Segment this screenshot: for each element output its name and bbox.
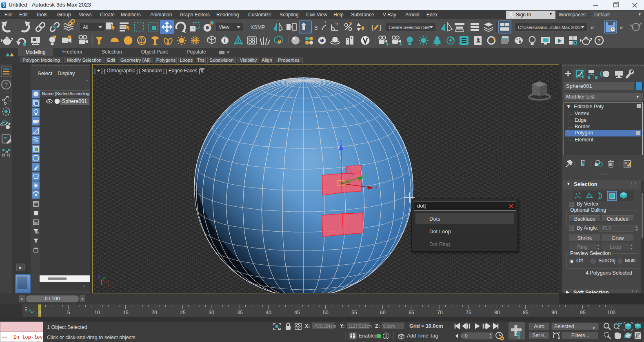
svg-text:100: 100 [607,310,615,315]
svg-text:65: 65 [409,310,414,315]
svg-text:5: 5 [67,310,70,315]
svg-text:80: 80 [494,310,500,315]
svg-text:75: 75 [466,310,471,315]
svg-text:x: x [375,184,378,189]
svg-text:30: 30 [209,310,214,315]
svg-text:y: y [366,172,368,177]
svg-text:z: z [98,274,100,279]
svg-text:10: 10 [94,310,100,315]
svg-text:85: 85 [523,310,529,315]
svg-text:50: 50 [323,310,329,315]
svg-text:{: { [371,24,373,31]
svg-text:95: 95 [580,310,586,315]
svg-text:35: 35 [237,310,243,315]
svg-text:x: x [107,283,110,288]
svg-text:XSMP: XSMP [251,25,265,30]
svg-text:»: » [620,24,623,31]
svg-text:}: } [380,24,382,31]
svg-text:z: z [340,139,342,143]
svg-text:15: 15 [123,310,129,315]
svg-text:3: 3 [314,24,318,31]
svg-text:All: All [83,25,88,30]
svg-text:View: View [219,25,229,30]
svg-text:70: 70 [437,310,443,315]
svg-text:»: » [591,24,594,31]
svg-text:?: ? [597,38,601,44]
svg-text:45: 45 [294,310,300,315]
svg-text:C:\Users\raana...s\3ds Max 202: C:\Users\raana...s\3ds Max 2023 [518,25,581,30]
svg-text:40: 40 [266,310,271,315]
svg-text:90: 90 [551,310,557,315]
svg-text:Create Selection Set: Create Selection Set [389,25,430,30]
svg-text:55: 55 [351,310,357,315]
svg-text:20: 20 [151,310,157,315]
svg-text:°: ° [324,20,326,25]
svg-text:?: ? [4,81,8,88]
svg-text:?: ? [335,22,338,27]
svg-text:0: 0 [39,310,42,315]
svg-text:[ + ] [ Orthographic ] [ Stand: [ + ] [ Orthographic ] [ Standard ] [ Ed… [94,68,200,74]
svg-text:25: 25 [180,310,186,315]
svg-text:60: 60 [380,310,386,315]
